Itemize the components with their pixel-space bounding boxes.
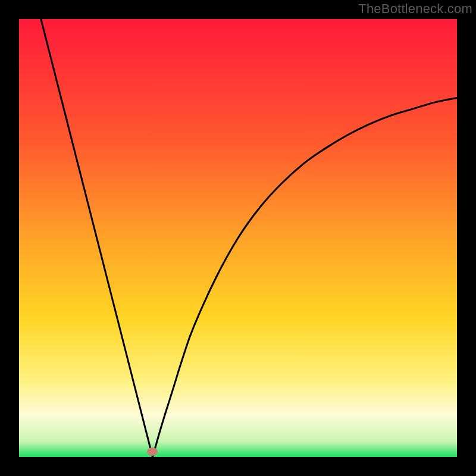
svg-rect-0 xyxy=(19,19,457,457)
chart-frame: TheBottleneck.com xyxy=(0,0,476,476)
attribution-text: TheBottleneck.com xyxy=(358,1,472,17)
minimum-marker xyxy=(147,447,158,456)
plot-area xyxy=(19,19,457,457)
background-gradient xyxy=(19,19,457,457)
